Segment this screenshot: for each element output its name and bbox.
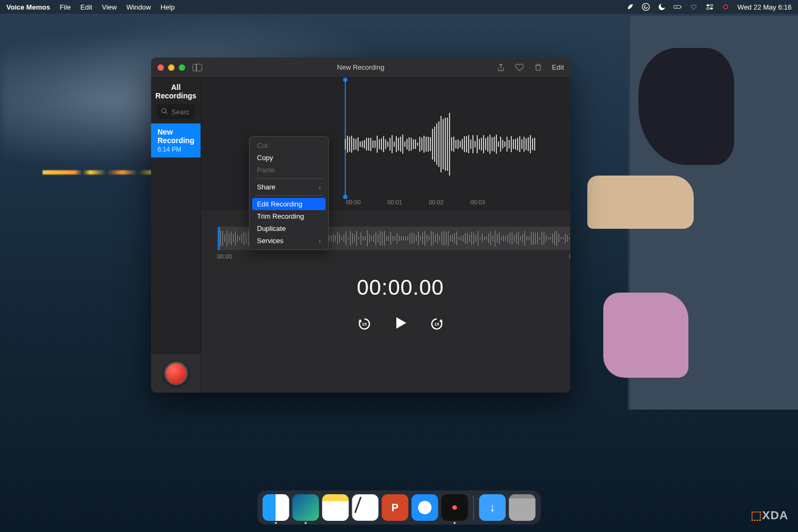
svg-rect-2 [681, 6, 681, 7]
dock-textedit[interactable] [352, 494, 379, 521]
current-time-display: 00:00.00 [201, 276, 570, 300]
share-icon[interactable] [496, 63, 505, 72]
ruler-tick: 00:02 [429, 199, 444, 205]
overview-start: 00:00 [217, 253, 232, 260]
svg-rect-5 [706, 7, 709, 9]
ruler-tick: 00:01 [387, 199, 402, 205]
skip-forward-button[interactable]: 15 [429, 317, 444, 331]
playback-controls: 15 15 [201, 314, 570, 334]
maximize-button[interactable] [179, 64, 185, 71]
dock-powerpoint[interactable] [382, 494, 409, 521]
context-edit-recording[interactable]: Edit Recording [252, 198, 326, 210]
overview-labels: 00:00 00:44 [217, 253, 570, 260]
control-center-icon[interactable] [705, 3, 714, 11]
menubar-clock[interactable]: Wed 22 May 6:16 [737, 3, 792, 11]
menubar: Voice Memos File Edit View Window Help W… [0, 0, 798, 14]
dock-downloads[interactable] [479, 494, 506, 521]
chevron-right-icon: › [319, 238, 321, 244]
wifi-icon[interactable] [689, 3, 698, 11]
sidebar: All Recordings New Recording 6:14 PM [151, 78, 201, 393]
wallpaper-figure [628, 16, 798, 410]
context-menu: Cut Copy Paste Share› Edit Recording Tri… [249, 136, 329, 250]
sidebar-footer [151, 353, 201, 393]
trash-icon[interactable] [534, 63, 543, 72]
context-cut: Cut [250, 139, 328, 152]
dock [257, 491, 541, 525]
favorite-icon[interactable] [515, 63, 524, 72]
menubar-status: Wed 22 May 6:16 [626, 3, 792, 11]
recording-list-item[interactable]: New Recording 6:14 PM [151, 123, 201, 157]
ruler-tick: 00:00 [346, 199, 361, 205]
menu-file[interactable]: File [60, 3, 71, 11]
app-menu: Voice Memos File Edit View Window Help [6, 3, 174, 11]
titlebar[interactable]: New Recording Edit [151, 57, 570, 78]
svg-rect-4 [710, 4, 713, 6]
menu-help[interactable]: Help [161, 3, 175, 11]
context-paste: Paste [250, 164, 328, 176]
record-button[interactable] [164, 362, 188, 385]
minimize-button[interactable] [168, 64, 174, 71]
skip-back-button[interactable]: 15 [357, 317, 372, 331]
ruler-tick: 00:03 [470, 199, 485, 205]
battery-icon[interactable] [674, 3, 682, 11]
dock-safari[interactable] [412, 494, 438, 521]
sidebar-toggle-icon[interactable] [193, 64, 202, 71]
svg-rect-3 [706, 4, 709, 6]
sidebar-title: All Recordings [151, 78, 201, 104]
context-share[interactable]: Share› [250, 181, 328, 193]
context-trim-recording[interactable]: Trim Recording [250, 210, 328, 222]
dock-finder[interactable] [263, 494, 289, 521]
search-icon [161, 107, 168, 115]
titlebar-actions: Edit [496, 63, 564, 72]
context-services[interactable]: Services› [250, 235, 328, 247]
edit-button[interactable]: Edit [552, 63, 564, 71]
menu-edit[interactable]: Edit [80, 3, 92, 11]
recording-name: New Recording [157, 128, 194, 145]
dock-voice-memos[interactable] [442, 494, 468, 521]
siri-icon[interactable] [721, 3, 730, 11]
voice-memos-window: New Recording Edit All Recordings New Re… [151, 57, 570, 393]
watermark: ⬚XDA [751, 509, 788, 522]
context-separator [255, 195, 323, 196]
context-duplicate[interactable]: Duplicate [250, 222, 328, 235]
context-copy[interactable]: Copy [250, 152, 328, 164]
overview-end: 00:44 [569, 253, 570, 260]
svg-point-0 [643, 3, 650, 10]
moon-icon[interactable] [658, 3, 666, 11]
context-separator [255, 178, 323, 179]
menubar-app-name[interactable]: Voice Memos [6, 3, 50, 11]
recording-time: 6:14 PM [157, 146, 194, 153]
dock-edge[interactable] [293, 494, 319, 521]
dock-separator [473, 495, 474, 520]
waveform-bars [345, 110, 535, 179]
dock-notes[interactable] [322, 494, 349, 521]
menu-view[interactable]: View [102, 3, 117, 11]
chevron-right-icon: › [319, 184, 321, 190]
overview-playhead[interactable] [218, 227, 220, 250]
svg-rect-6 [710, 7, 713, 9]
window-title: New Recording [337, 63, 385, 71]
feather-icon[interactable] [626, 3, 634, 11]
close-button[interactable] [157, 64, 164, 71]
svg-rect-1 [674, 5, 681, 9]
play-button[interactable] [392, 314, 409, 334]
menu-window[interactable]: Window [126, 3, 151, 11]
grammarly-icon[interactable] [642, 3, 650, 11]
traffic-lights [157, 64, 185, 71]
dock-trash[interactable] [509, 494, 536, 521]
